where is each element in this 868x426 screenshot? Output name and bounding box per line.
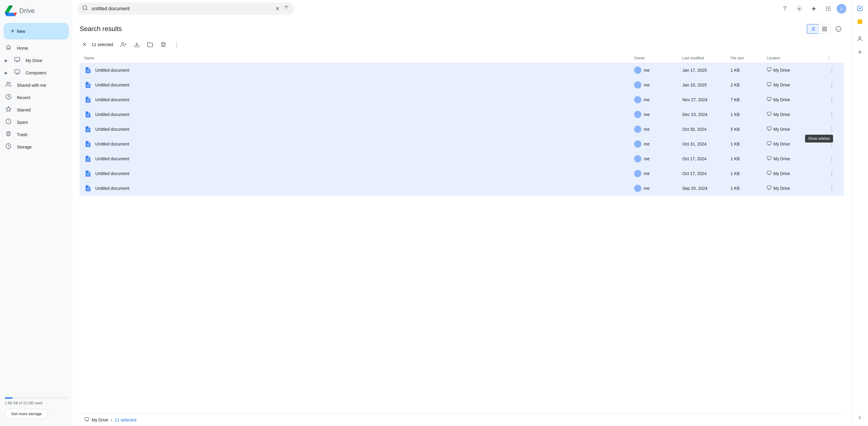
col-file-size[interactable]: File size xyxy=(731,56,767,60)
help-button[interactable]: ? xyxy=(779,3,791,15)
table-row[interactable]: Untitled document me Jan 17, 2025 1 KB M… xyxy=(80,63,844,78)
date-cell: Sep 20, 2024 xyxy=(682,186,731,191)
move-to-button[interactable] xyxy=(145,39,156,50)
table-row[interactable]: Untitled document me Oct 17, 2024 1 KB M… xyxy=(80,166,844,181)
right-panel-add-button[interactable] xyxy=(854,46,866,58)
row-more-button[interactable]: ⋮ xyxy=(827,80,837,90)
owner-name: me xyxy=(644,186,650,191)
owner-name: me xyxy=(644,112,650,117)
row-more-button[interactable]: ⋮ xyxy=(827,184,837,193)
svg-rect-51 xyxy=(767,112,771,115)
sidebar-item-recent[interactable]: Recent xyxy=(0,91,67,104)
size-cell: 7 KB xyxy=(731,97,767,102)
page-title: Search results xyxy=(80,25,122,33)
svg-rect-67 xyxy=(85,418,89,420)
delete-button[interactable] xyxy=(158,39,169,50)
date-cell: Jan 10, 2025 xyxy=(682,83,731,87)
file-name-cell: Untitled document xyxy=(84,67,634,74)
location-name: My Drive xyxy=(773,127,790,132)
main-content: ✕ ? U Search results xyxy=(72,0,851,426)
more-actions-button[interactable]: ⋮ xyxy=(171,39,182,50)
table-row[interactable]: Untitled document me Oct 17, 2024 1 KB M… xyxy=(80,152,844,166)
filter-options-icon[interactable] xyxy=(283,5,289,12)
sidebar-item-spam[interactable]: Spam xyxy=(0,116,67,128)
header: ✕ ? U xyxy=(72,0,851,18)
svg-rect-54 xyxy=(767,127,771,130)
sidebar-item-shared[interactable]: Shared with me xyxy=(0,79,67,91)
new-button[interactable]: + New xyxy=(4,23,69,39)
svg-point-19 xyxy=(830,8,830,9)
owner-cell: me xyxy=(634,126,682,133)
apps-button[interactable] xyxy=(822,3,834,15)
svg-marker-4 xyxy=(6,107,11,111)
table-row[interactable]: Untitled document me Dec 23, 2024 1 KB M… xyxy=(80,107,844,122)
gemini-button[interactable] xyxy=(808,3,820,15)
table-row[interactable]: Untitled document me Jan 10, 2025 2 KB M… xyxy=(80,78,844,93)
row-more-button[interactable]: ⋮ xyxy=(827,110,837,119)
owner-cell: me xyxy=(634,185,682,192)
row-more-button[interactable]: ⋮ xyxy=(827,65,837,75)
col-owner[interactable]: Owner xyxy=(634,56,682,60)
col-location[interactable]: Location xyxy=(767,56,827,60)
size-cell: 2 KB xyxy=(731,83,767,87)
view-toggle-group xyxy=(807,24,831,34)
right-panel-contacts-button[interactable] xyxy=(854,33,866,45)
svg-point-14 xyxy=(826,6,827,7)
file-name-cell: Untitled document xyxy=(84,155,634,162)
row-more-button[interactable]: ⋮ xyxy=(827,169,837,178)
file-name-cell: Untitled document xyxy=(84,140,634,148)
svg-point-17 xyxy=(826,8,827,9)
right-panel-tasks-button[interactable] xyxy=(854,2,866,14)
search-input[interactable] xyxy=(92,6,272,11)
table-row[interactable]: Untitled document me Sep 20, 2024 1 KB M… xyxy=(80,181,844,196)
list-view-button[interactable] xyxy=(807,24,818,34)
share-button[interactable] xyxy=(118,39,129,50)
col-name[interactable]: Name xyxy=(84,56,634,60)
breadcrumb-root[interactable]: My Drive xyxy=(92,418,108,422)
file-name: Untitled document xyxy=(95,112,129,117)
breadcrumb-selected[interactable]: 11 selected xyxy=(115,418,136,422)
table-row[interactable]: Untitled document me Oct 30, 2024 5 KB M… xyxy=(80,122,844,137)
row-more-button[interactable]: ⋮ xyxy=(827,154,837,164)
row-more-button[interactable]: ⋮ xyxy=(827,124,837,134)
starred-icon xyxy=(5,106,12,113)
owner-name: me xyxy=(644,156,650,161)
col-last-modified[interactable]: Last modified xyxy=(682,56,731,60)
clear-search-icon[interactable]: ✕ xyxy=(275,5,280,12)
sidebar-item-computers[interactable]: ▶ Computers xyxy=(0,67,67,79)
right-panel-expand-button[interactable] xyxy=(854,412,866,424)
doc-icon xyxy=(84,170,92,177)
owner-name: me xyxy=(644,83,650,87)
settings-button[interactable] xyxy=(793,3,805,15)
location-cell: My Drive xyxy=(767,185,827,191)
doc-icon xyxy=(84,111,92,118)
location-cell: My Drive xyxy=(767,67,827,73)
plus-icon: + xyxy=(11,28,14,35)
avatar[interactable]: U xyxy=(837,4,846,13)
search-bar[interactable]: ✕ xyxy=(77,2,294,15)
row-more-button[interactable]: ⋮ xyxy=(827,95,837,104)
download-button[interactable] xyxy=(131,39,142,50)
sidebar-item-spam-label: Spam xyxy=(17,120,28,125)
right-panel-keep-button[interactable] xyxy=(854,16,866,28)
grid-view-button[interactable] xyxy=(818,24,831,34)
table-row[interactable]: Untitled document me Oct 31, 2024 1 KB M… xyxy=(80,137,844,152)
get-more-storage-button[interactable]: Get more storage xyxy=(5,409,48,419)
sidebar-item-trash[interactable]: Trash xyxy=(0,128,67,141)
info-button[interactable] xyxy=(833,24,844,34)
file-name-cell: Untitled document xyxy=(84,185,634,192)
sidebar-item-starred[interactable]: Starred xyxy=(0,104,67,116)
svg-rect-60 xyxy=(767,156,771,159)
storage-section: 1.88 GB of 15 GB used Get more storage xyxy=(0,393,72,424)
clear-selection-button[interactable]: ✕ xyxy=(80,40,89,50)
content-area: Search results ✕ 11 selected xyxy=(72,18,851,426)
row-more-button[interactable]: ⋮ xyxy=(827,139,837,149)
sidebar-item-recent-label: Recent xyxy=(17,95,30,100)
doc-icon xyxy=(84,67,92,74)
sidebar-item-my-drive[interactable]: ▶ My Drive xyxy=(0,54,67,67)
location-cell: My Drive xyxy=(767,97,827,103)
owner-name: me xyxy=(644,171,650,176)
sidebar-item-storage[interactable]: Storage xyxy=(0,141,67,153)
sidebar-item-home[interactable]: Home xyxy=(0,42,67,54)
table-row[interactable]: Untitled document me Nov 27, 2024 7 KB M… xyxy=(80,93,844,107)
